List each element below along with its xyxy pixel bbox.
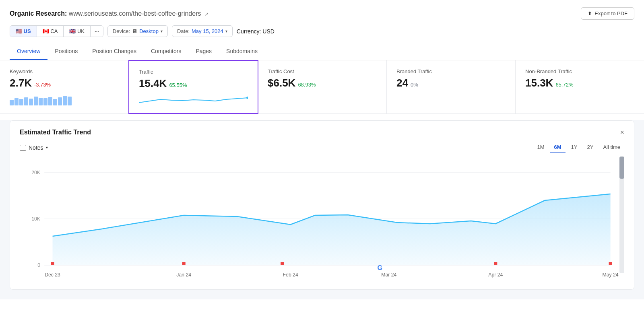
non-branded-label: Non-Branded Traffic: [525, 68, 634, 74]
chevron-down-icon: ▾: [161, 29, 163, 33]
metrics-row: Keywords 2.7K -3.73%: [0, 60, 644, 114]
notes-icon: [20, 145, 26, 150]
metric-card-keywords[interactable]: Keywords 2.7K -3.73%: [0, 60, 129, 113]
scroll-indicator[interactable]: [619, 157, 624, 273]
keywords-label: Keywords: [10, 68, 119, 74]
traffic-cost-change: 68.93%: [298, 82, 316, 88]
traffic-value: 15.4K 65.55%: [139, 77, 248, 90]
svg-text:10K: 10K: [31, 216, 40, 222]
event-marker-may: [609, 262, 612, 265]
region-tab-us[interactable]: 🇺🇸 US: [10, 26, 37, 37]
traffic-cost-label: Traffic Cost: [268, 68, 377, 74]
branded-change: 0%: [411, 82, 418, 88]
page-title: Organic Research: www.seriouseats.com/th…: [10, 10, 208, 17]
non-branded-value: 15.3K 65.72%: [525, 77, 634, 89]
time-tab-2y[interactable]: 2Y: [583, 142, 597, 153]
metric-card-traffic-cost[interactable]: Traffic Cost $6.5K 68.93%: [258, 60, 387, 113]
svg-text:20K: 20K: [31, 170, 40, 175]
svg-text:G: G: [377, 264, 382, 271]
tab-positions[interactable]: Positions: [47, 42, 85, 60]
chevron-down-icon-date: ▾: [225, 29, 227, 33]
keywords-mini-chart: [10, 93, 119, 105]
tab-competitors[interactable]: Competitors: [144, 42, 188, 60]
region-tab-ca[interactable]: 🇨🇦 CA: [37, 26, 64, 37]
non-branded-change: 65.72%: [555, 82, 573, 88]
region-tab-more[interactable]: ···: [91, 26, 103, 37]
keywords-value: 2.7K -3.73%: [10, 77, 119, 89]
notes-button[interactable]: Notes ▾: [20, 144, 48, 151]
tab-subdomains[interactable]: Subdomains: [219, 42, 265, 60]
metric-card-traffic[interactable]: Traffic 15.4K 65.55%: [128, 60, 258, 114]
time-range-tabs: 1M 6M 1Y 2Y All time: [533, 142, 624, 153]
svg-text:Dec 23: Dec 23: [45, 272, 60, 278]
svg-text:Mar 24: Mar 24: [381, 272, 396, 278]
traffic-cost-value: $6.5K 68.93%: [268, 77, 377, 89]
event-marker-jan: [182, 262, 186, 265]
region-tab-uk[interactable]: 🇬🇧 UK: [64, 26, 91, 37]
svg-text:0: 0: [37, 262, 40, 268]
svg-text:Feb 24: Feb 24: [283, 272, 298, 278]
tab-overview[interactable]: Overview: [10, 42, 47, 60]
tab-position-changes[interactable]: Position Changes: [85, 42, 144, 60]
svg-text:Apr 24: Apr 24: [488, 272, 503, 278]
keywords-change: -3.73%: [34, 82, 51, 88]
traffic-label: Traffic: [139, 69, 248, 75]
metric-card-non-branded[interactable]: Non-Branded Traffic 15.3K 65.72%: [516, 60, 644, 113]
time-tab-alltime[interactable]: All time: [599, 142, 624, 153]
metric-card-branded[interactable]: Branded Traffic 24 0%: [387, 60, 516, 113]
upload-icon: ⬆: [588, 10, 592, 16]
traffic-mini-chart: [139, 94, 248, 106]
svg-text:Jan 24: Jan 24: [176, 272, 191, 278]
time-tab-1m[interactable]: 1M: [533, 142, 548, 153]
tab-pages[interactable]: Pages: [188, 42, 219, 60]
event-marker-feb: [281, 262, 284, 265]
currency-label: Currency: USD: [237, 28, 275, 35]
branded-label: Branded Traffic: [396, 68, 506, 74]
traffic-change: 65.55%: [169, 82, 187, 88]
nav-tabs: Overview Positions Position Changes Comp…: [0, 42, 644, 60]
event-marker-apr: [494, 262, 497, 265]
event-marker-dec: [51, 262, 54, 265]
close-button[interactable]: ×: [620, 129, 624, 136]
export-pdf-button[interactable]: ⬆ Export to PDF: [581, 7, 634, 20]
time-tab-1y[interactable]: 1Y: [567, 142, 582, 153]
branded-value: 24 0%: [396, 77, 506, 89]
chart-title: Estimated Traffic Trend: [20, 129, 91, 136]
date-selector[interactable]: Date: May 15, 2024 ▾: [172, 25, 233, 37]
time-tab-6m[interactable]: 6M: [550, 142, 566, 153]
svg-text:May 24: May 24: [603, 272, 619, 278]
chevron-down-icon-notes: ▾: [46, 145, 48, 150]
desktop-icon: 🖥: [132, 28, 137, 34]
svg-point-0: [246, 97, 248, 99]
external-link-icon[interactable]: ↗: [204, 11, 208, 17]
svg-marker-7: [53, 194, 611, 265]
device-selector[interactable]: Device: 🖥 Desktop ▾: [107, 25, 168, 37]
traffic-trend-chart: 20K 10K 0: [20, 157, 624, 281]
region-tabs: 🇺🇸 US 🇨🇦 CA 🇬🇧 UK ···: [10, 25, 103, 37]
